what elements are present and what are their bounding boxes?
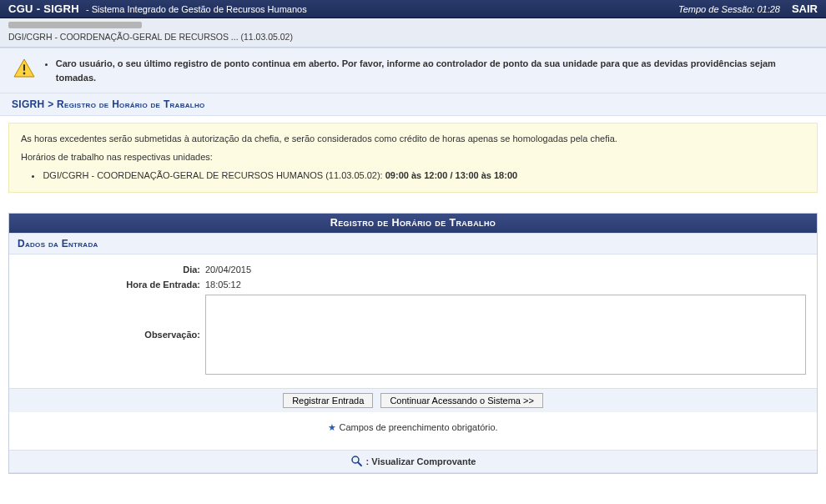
info-unit-hours: DGI/CGRH - COORDENAÇÃO-GERAL DE RECURSOS… [43,170,805,180]
svg-rect-1 [23,64,25,71]
info-line-1: As horas excedentes serão submetidas à a… [21,134,805,144]
row-dia: Dia: 20/04/2015 [18,263,808,275]
legend-bar: : Visualizar Comprovante [9,450,817,473]
info-box: As horas excedentes serão submetidas à a… [8,123,818,193]
svg-point-2 [23,73,26,75]
main-panel: Registro de Horário de Trabalho Dados da… [8,213,818,474]
app-brand: CGU - SIGRH [8,3,79,15]
dia-label: Dia: [18,263,205,275]
alert-message: Caro usuário, o seu último registro de p… [56,57,813,84]
redacted-user-name [8,22,142,28]
required-footnote: ★ Campos de preenchimento obrigatório. [9,412,817,450]
alert-notice: Caro usuário, o seu último registro de p… [0,48,826,93]
section-title: Dados da Entrada [9,233,817,255]
session-timer: Tempo de Sessão: 01:28 [678,4,780,14]
app-subtitle: - Sistema Integrado de Gestão de Recurso… [86,4,307,14]
hora-label: Hora de Entrada: [18,278,205,290]
row-hora: Hora de Entrada: 18:05:12 [18,278,808,290]
magnifier-icon [350,458,365,468]
panel-header: Registro de Horário de Trabalho [9,214,817,233]
dia-value: 20/04/2015 [205,263,251,275]
breadcrumb-path: DGI/CGRH - COORDENAÇÃO-GERAL DE RECURSOS… [8,32,293,42]
breadcrumb: DGI/CGRH - COORDENAÇÃO-GERAL DE RECURSOS… [0,18,826,48]
svg-line-4 [358,462,361,466]
warning-icon [13,57,37,80]
registrar-entrada-button[interactable]: Registrar Entrada [283,393,373,408]
page-title: SIGRH > Registro de Horário de Trabalho [0,93,826,116]
hora-value: 18:05:12 [205,278,241,290]
logout-link[interactable]: SAIR [792,3,818,15]
legend-text: : Visualizar Comprovante [366,456,476,466]
star-icon: ★ [328,422,336,432]
row-obs: Observação: [18,293,808,376]
continuar-sistema-button[interactable]: Continuar Acessando o Sistema >> [380,393,542,408]
top-bar: CGU - SIGRH - Sistema Integrado de Gestã… [0,0,826,18]
info-line-2: Horários de trabalho nas respectivas uni… [21,152,805,162]
button-row: Registrar Entrada Continuar Acessando o … [9,388,817,412]
obs-label: Observação: [18,293,205,340]
obs-textarea[interactable] [205,295,806,375]
form-area: Dia: 20/04/2015 Hora de Entrada: 18:05:1… [9,255,817,388]
